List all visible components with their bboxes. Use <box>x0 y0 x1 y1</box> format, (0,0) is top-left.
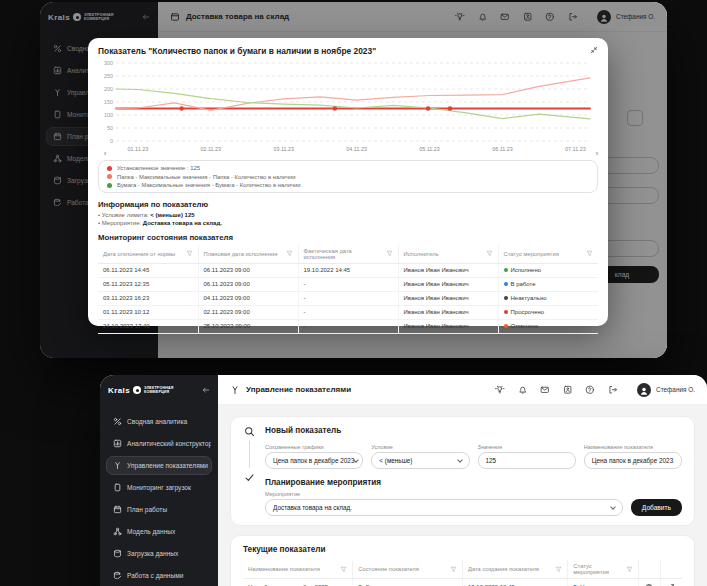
form-field-3: Наименование показателя Цена папок в дек… <box>584 440 682 469</box>
indicator-modal: Показатель "Количество папок и бумаги в … <box>88 38 608 326</box>
contacts-icon[interactable] <box>563 385 573 395</box>
sidebar-item-7[interactable]: Работа с данными <box>106 566 212 585</box>
user-chip[interactable]: Стефания О. <box>637 383 695 397</box>
svg-text:50: 50 <box>107 125 113 131</box>
current-indicators-title: Текущие показатели <box>243 545 682 554</box>
chart-next-button[interactable]: › <box>596 150 598 157</box>
table-row[interactable]: 05.11.2023 12:3506.11.2023 09:00-Иванов … <box>98 277 598 291</box>
info-item: • Условие лимита: < (меньше) 125 <box>98 212 598 218</box>
info-list: • Условие лимита: < (меньше) 125• Меропр… <box>98 212 598 226</box>
new-indicator-card: Новый показатель Сохраненные графики Цен… <box>230 416 695 526</box>
page-icon <box>230 385 240 395</box>
column-header[interactable]: Состояние показателя <box>353 560 463 579</box>
svg-text:04.11.23: 04.11.23 <box>346 146 367 152</box>
sidebar: Krals ЭЛЕКТРОННАЯ КОММЕРЦИЯ Сводная анал… <box>100 375 218 586</box>
column-header[interactable]: Исполнитель <box>398 245 498 264</box>
status-dot <box>504 282 508 286</box>
table-row[interactable]: 24.10.2023 17:4025.10.2023 09:00-Иванов … <box>98 319 598 333</box>
modal-title: Показатель "Количество папок и бумаги в … <box>98 46 376 56</box>
idea-icon[interactable] <box>495 385 505 395</box>
back-icon[interactable] <box>202 386 210 394</box>
page-title: Управление показателями <box>246 385 351 394</box>
column-header[interactable]: Фактическая дата исполнения <box>298 245 398 264</box>
svg-text:250: 250 <box>104 73 113 79</box>
step-rail <box>243 426 256 516</box>
form-field-2: Значение 125 <box>478 440 576 469</box>
sidebar-item-4[interactable]: План работы <box>106 500 212 519</box>
select-0[interactable]: Цена папок в декабре 2023 <box>265 452 363 469</box>
sidebar-item-6[interactable]: Загрузка данных <box>106 544 212 563</box>
svg-text:200: 200 <box>104 86 113 92</box>
chevron-down-icon <box>457 457 463 463</box>
column-header[interactable]: Дата создания показателя <box>463 560 568 579</box>
info-heading: Информация по показателю <box>98 200 598 209</box>
legend-dot <box>107 166 112 171</box>
app-header: Управление показателями Стефания О. <box>218 375 707 405</box>
sidebar-item-5[interactable]: Модель данных <box>106 522 212 541</box>
event-select[interactable]: Доставка товара на склад. <box>265 499 623 516</box>
notifications-icon[interactable] <box>518 385 528 395</box>
page-content: Новый показатель Сохраненные графики Цен… <box>218 405 707 586</box>
window-delivery: Krals ЭЛЕКТРОННАЯ КОММЕРЦИЯ Сводная анал… <box>40 2 667 358</box>
svg-text:0: 0 <box>110 138 113 144</box>
column-header[interactable]: Статус мероприятия <box>568 560 638 579</box>
column-header[interactable] <box>638 560 660 579</box>
logo-mark-icon <box>133 386 141 394</box>
info-item: • Мероприятие: Доставка товара на склад. <box>98 220 598 226</box>
current-indicators-card: Текущие показатели Наименование показате… <box>230 535 695 586</box>
table-row[interactable]: 03.11.2023 16:2304.11.2023 09:00-Иванов … <box>98 291 598 305</box>
mail-icon[interactable] <box>540 385 550 395</box>
avatar[interactable] <box>637 383 651 397</box>
collapse-icon[interactable] <box>590 46 598 54</box>
table-row[interactable]: Цена бумаги в декабре 2023Соответствует … <box>243 579 682 586</box>
check-icon <box>244 472 255 483</box>
chevron-down-icon <box>354 457 360 463</box>
chart-canvas: 05010015020025030001.11.2302.11.2303.11.… <box>98 58 598 154</box>
sidebar-item-1[interactable]: Аналитический конструктор <box>106 434 212 453</box>
sidebar-item-2[interactable]: Управление показателями <box>106 456 212 475</box>
logout-icon[interactable] <box>608 385 618 395</box>
event-label: Мероприятие <box>265 491 682 497</box>
legend-dot <box>107 183 112 188</box>
legend-dot <box>107 174 112 179</box>
section-title-new-indicator: Новый показатель <box>265 426 682 435</box>
svg-text:02.11.23: 02.11.23 <box>201 146 222 152</box>
form-field-0: Сохраненные графики Цена папок в декабре… <box>265 440 363 469</box>
header-icons <box>495 385 617 395</box>
svg-text:150: 150 <box>104 99 113 105</box>
legend-item: Папка - Максимальные значения - Папка - … <box>107 174 589 180</box>
logo: Krals <box>108 386 130 395</box>
expand-button[interactable] <box>660 579 682 586</box>
column-header[interactable]: Дата отклонения от нормы <box>98 245 198 264</box>
column-header[interactable]: Плановая дата исполнения <box>198 245 298 264</box>
logo-subtitle: ЭЛЕКТРОННАЯ КОММЕРЦИЯ <box>144 386 174 395</box>
brand: Krals ЭЛЕКТРОННАЯ КОММЕРЦИЯ <box>100 375 218 405</box>
section-title-event-planning: Планирование мероприятия <box>265 478 682 487</box>
chart-prev-button[interactable]: ‹ <box>104 150 106 157</box>
svg-text:07.11.23: 07.11.23 <box>565 146 586 152</box>
legend-item: Бумага - Максимальные значения - Бумага … <box>107 182 589 188</box>
search-icon <box>244 426 255 437</box>
column-header[interactable]: Наименование показателя <box>243 560 353 579</box>
input-3[interactable]: Цена папок в декабре 2023 <box>584 452 682 469</box>
desktop: Krals ЭЛЕКТРОННАЯ КОММЕРЦИЯ Сводная анал… <box>0 0 707 586</box>
trash-button[interactable] <box>638 579 660 586</box>
column-header[interactable] <box>660 560 682 579</box>
select-1[interactable]: < (меньше) <box>371 452 469 469</box>
sidebar-item-0[interactable]: Сводная аналитика <box>106 412 212 431</box>
add-button[interactable]: Добавить <box>631 499 682 516</box>
chart-legend: Установленное значение : 125Папка - Макс… <box>98 160 598 193</box>
current-indicators-table: Наименование показателяСостояние показат… <box>243 560 682 586</box>
help-icon[interactable] <box>585 385 595 395</box>
chevron-down-icon <box>610 504 616 510</box>
monitoring-table: Дата отклонения от нормыПлановая дата ис… <box>98 245 598 334</box>
table-row[interactable]: 01.11.2023 10:1202.11.2023 09:00-Иванов … <box>98 305 598 319</box>
step-connector <box>249 441 250 468</box>
input-2[interactable]: 125 <box>478 452 576 469</box>
sidebar-item-3[interactable]: Мониторинг загрузок <box>106 478 212 497</box>
table-row[interactable]: 06.11.2023 14:4506.11.2023 09:0019.10.20… <box>98 263 598 277</box>
svg-text:03.11.23: 03.11.23 <box>273 146 294 152</box>
svg-text:06.11.23: 06.11.23 <box>492 146 513 152</box>
column-header[interactable]: Статус мероприятия <box>498 245 598 264</box>
status-dot <box>504 296 508 300</box>
